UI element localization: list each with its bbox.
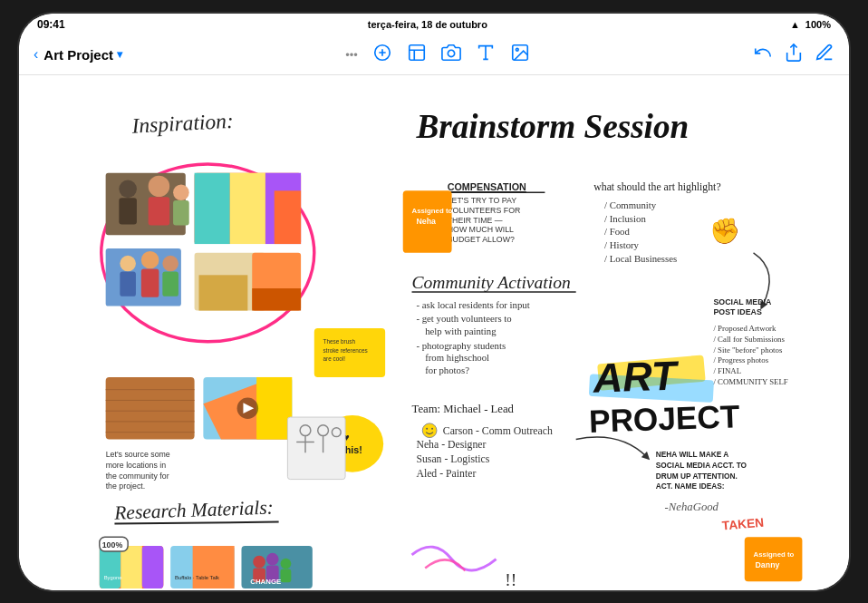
svg-text:Susan - Logistics: Susan - Logistics <box>416 452 489 464</box>
svg-text:Neha - Designer: Neha - Designer <box>416 439 486 451</box>
svg-rect-22 <box>230 172 265 243</box>
svg-text:CHANGE: CHANGE <box>250 578 281 586</box>
text-tool[interactable] <box>476 43 496 67</box>
svg-point-98 <box>422 423 437 437</box>
svg-point-30 <box>162 255 178 271</box>
svg-text:Assigned to: Assigned to <box>412 206 453 214</box>
svg-text:NEHA WILL MAKE A: NEHA WILL MAKE A <box>656 450 729 459</box>
svg-point-100 <box>431 427 433 429</box>
svg-rect-1 <box>410 44 425 60</box>
svg-text:-NehaGood: -NehaGood <box>665 500 719 512</box>
back-button[interactable]: ‹ <box>34 46 38 63</box>
svg-text:POST IDEAS: POST IDEAS <box>713 307 761 316</box>
svg-text:Community Activation: Community Activation <box>412 273 571 292</box>
annotation-tool[interactable] <box>372 43 392 67</box>
svg-rect-35 <box>198 275 247 310</box>
svg-text:Neha: Neha <box>416 216 436 225</box>
svg-text:/ Community: / Community <box>604 199 657 209</box>
svg-text:/ Inclusion: / Inclusion <box>604 212 646 223</box>
svg-rect-17 <box>149 197 170 225</box>
svg-point-16 <box>149 175 170 197</box>
svg-text:are cool!: are cool! <box>323 355 346 362</box>
svg-text:SOCIAL MEDIA: SOCIAL MEDIA <box>713 297 772 306</box>
svg-text:100%: 100% <box>102 540 123 549</box>
share-button[interactable] <box>784 43 804 67</box>
svg-text:BUDGET ALLOW?: BUDGET ALLOW? <box>448 235 515 244</box>
svg-text:- get youth volunteers to: - get youth volunteers to <box>416 313 511 324</box>
svg-rect-29 <box>141 268 159 297</box>
svg-text:what should the art highlight?: what should the art highlight? <box>593 181 720 193</box>
svg-text:Danny: Danny <box>756 559 780 569</box>
svg-text:/ Proposed Artwork: / Proposed Artwork <box>713 324 776 333</box>
svg-point-14 <box>119 180 137 198</box>
svg-text:PROJECT: PROJECT <box>588 398 740 439</box>
svg-rect-130 <box>193 546 235 588</box>
svg-text:the community for: the community for <box>106 471 169 480</box>
svg-text:Aled - Painter: Aled - Painter <box>416 467 476 479</box>
svg-text:for photos?: for photos? <box>425 365 469 375</box>
svg-rect-31 <box>162 271 178 296</box>
svg-text:/ FINAL: / FINAL <box>713 366 741 375</box>
canvas-svg: Inspiration: <box>19 75 849 590</box>
svg-rect-138 <box>281 569 292 582</box>
svg-text:/ History: / History <box>604 238 640 249</box>
battery-icon: 100% <box>805 19 831 30</box>
device-frame: 09:41 terça-feira, 18 de outubro ▲ 100% … <box>17 12 851 592</box>
svg-text:stroke references: stroke references <box>323 346 368 353</box>
wifi-icon: ▲ <box>790 19 800 30</box>
svg-rect-41 <box>106 376 195 439</box>
svg-text:the project.: the project. <box>106 481 146 491</box>
svg-text:Let's source some: Let's source some <box>106 450 170 459</box>
status-bar: 09:41 terça-feira, 18 de outubro ▲ 100% <box>19 14 849 35</box>
svg-text:Bygone: Bygone <box>104 575 122 580</box>
svg-rect-127 <box>142 546 164 588</box>
svg-text:from highschool: from highschool <box>425 352 489 363</box>
svg-rect-49 <box>256 376 292 439</box>
media-tool[interactable] <box>510 43 530 67</box>
svg-text:Brainstorm Session: Brainstorm Session <box>415 107 689 144</box>
undo-button[interactable] <box>753 43 773 67</box>
screen: 09:41 terça-feira, 18 de outubro ▲ 100% … <box>19 14 849 590</box>
svg-text:HOW MUCH WILL: HOW MUCH WILL <box>448 225 514 234</box>
svg-rect-27 <box>120 271 136 296</box>
svg-text:Carson - Comm Outreach: Carson - Comm Outreach <box>443 424 553 436</box>
svg-text:/ Food: / Food <box>604 226 630 237</box>
svg-text:SOCIAL MEDIA ACCT. TO: SOCIAL MEDIA ACCT. TO <box>656 460 747 469</box>
svg-rect-126 <box>121 546 142 588</box>
toolbar-right <box>753 43 834 67</box>
svg-rect-125 <box>100 546 121 588</box>
svg-point-28 <box>141 250 159 268</box>
svg-text:/ Local Businesses: / Local Businesses <box>604 252 677 263</box>
camera-tool[interactable] <box>441 43 461 67</box>
status-time: 09:41 <box>37 18 65 31</box>
svg-text:Assigned to: Assigned to <box>754 550 795 558</box>
svg-text:- ask local residents for inpu: - ask local residents for input <box>416 298 529 309</box>
svg-text:VOLUNTEERS FOR: VOLUNTEERS FOR <box>448 205 521 214</box>
svg-text:more locations in: more locations in <box>106 460 167 469</box>
svg-point-99 <box>426 427 428 429</box>
toolbar-center: ••• <box>345 43 530 67</box>
svg-text:LET'S TRY TO PAY: LET'S TRY TO PAY <box>448 196 516 205</box>
svg-text:/ Progress photos: / Progress photos <box>713 355 768 365</box>
layout-tool[interactable] <box>407 43 427 67</box>
svg-text:COMPENSATION: COMPENSATION <box>448 181 526 192</box>
svg-text:ACT. NAME IDEAS:: ACT. NAME IDEAS: <box>656 481 725 491</box>
svg-text:Coming together for change: Coming together for change <box>246 588 301 589</box>
svg-text:Research Materials:: Research Materials: <box>113 496 274 523</box>
edit-button[interactable] <box>815 43 834 67</box>
svg-text:These brush: These brush <box>323 337 356 344</box>
svg-text:- photography students: - photography students <box>416 339 506 350</box>
svg-text:THEIR TIME —: THEIR TIME — <box>448 215 503 224</box>
svg-rect-15 <box>119 198 137 224</box>
svg-text:ART: ART <box>592 352 680 401</box>
svg-text:Inspiration:: Inspiration: <box>130 108 234 137</box>
svg-point-18 <box>173 184 189 200</box>
svg-point-4 <box>448 50 454 56</box>
svg-rect-117 <box>287 417 345 480</box>
svg-text:TAKEN: TAKEN <box>721 515 764 532</box>
document-title[interactable]: Art Project ▾ <box>43 47 122 63</box>
more-options-icon[interactable]: ••• <box>345 48 358 62</box>
svg-text:✊: ✊ <box>709 216 741 246</box>
canvas[interactable]: Inspiration: <box>19 75 849 590</box>
svg-text:!!: !! <box>505 570 516 589</box>
